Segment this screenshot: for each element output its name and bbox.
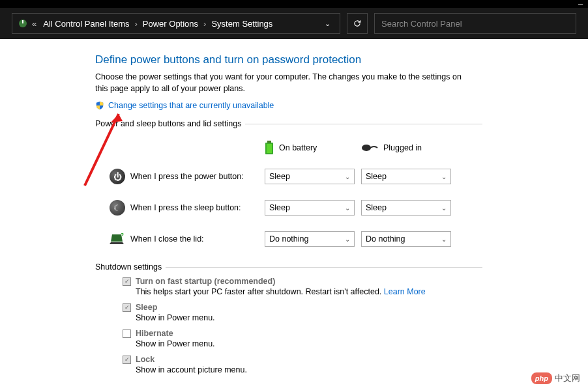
column-headers: On battery Plugged in [108,135,482,161]
chevron-down-icon: ⌄ [441,204,447,212]
address-bar: « All Control Panel Items › Power Option… [0,8,588,39]
lock-item: ✓ Lock Show in account picture menu. [123,355,482,374]
plugged-in-icon [361,143,378,152]
lid-battery-select[interactable]: Do nothing⌄ [265,231,355,247]
svg-rect-2 [267,141,271,143]
breadcrumb-box[interactable]: « All Control Panel Items › Power Option… [12,13,340,34]
chevron-down-icon: ⌄ [441,236,447,243]
battery-icon [265,141,274,155]
address-dropdown-icon[interactable]: ⌄ [321,20,334,28]
chevron-down-icon: ⌄ [345,204,350,212]
sleep-item: ✓ Sleep Show in Power menu. [123,303,482,322]
refresh-button[interactable] [347,13,368,34]
sleep-button-row: ☾ When I press the sleep button: Sleep⌄ … [108,192,482,223]
svg-point-5 [362,145,371,151]
power-button-icon: ⏻ [110,169,125,184]
svg-rect-1 [22,20,23,23]
power-battery-select[interactable]: Sleep⌄ [265,169,355,184]
change-settings-link[interactable]: Change settings that are currently unava… [108,101,274,110]
breadcrumb-item-1[interactable]: Power Options [143,19,198,29]
shield-icon [95,101,104,110]
learn-more-link[interactable]: Learn More [384,287,426,296]
chevron-down-icon: ⌄ [441,173,447,180]
refresh-icon [353,19,362,28]
watermark-text: 中文网 [555,372,580,384]
laptop-lid-icon [110,233,125,245]
shutdown-section-header: Shutdown settings [95,262,482,272]
watermark: php 中文网 [531,372,580,384]
sleep-checkbox[interactable]: ✓ [123,303,131,312]
lock-checkbox[interactable]: ✓ [123,356,131,364]
close-lid-row: When I close the lid: Do nothing⌄ Do not… [108,223,482,255]
hibernate-item: Hibernate Show in Power menu. [123,329,482,348]
sleep-button-icon: ☾ [110,200,125,216]
chevron-down-icon: ⌄ [345,173,350,180]
breadcrumb-prefix: « [32,19,37,29]
buttons-lid-section-header: Power and sleep buttons and lid settings [95,119,482,128]
breadcrumb-sep: › [134,19,137,29]
power-plugged-select[interactable]: Sleep⌄ [361,169,451,184]
fast-startup-item: ✓ Turn on fast startup (recommended) Thi… [123,277,482,296]
search-box[interactable] [374,13,576,34]
watermark-badge: php [531,372,552,384]
minimize-button[interactable]: ─ [578,1,583,8]
change-settings-row: Change settings that are currently unava… [95,101,482,110]
content-area: Define power buttons and turn on passwor… [0,39,482,374]
lid-plugged-select[interactable]: Do nothing⌄ [361,231,451,247]
svg-rect-4 [267,144,272,153]
power-button-row: ⏻ When I press the power button: Sleep⌄ … [108,161,482,192]
fast-startup-checkbox[interactable]: ✓ [123,277,131,286]
sleep-battery-select[interactable]: Sleep⌄ [265,200,355,216]
page-title: Define power buttons and turn on passwor… [95,53,482,66]
sleep-plugged-select[interactable]: Sleep⌄ [361,200,451,216]
titlebar: ─ [0,0,588,8]
page-description: Choose the power settings that you want … [95,72,463,94]
breadcrumb-item-2[interactable]: System Settings [211,19,272,29]
hibernate-checkbox[interactable] [123,329,131,338]
breadcrumb-item-0[interactable]: All Control Panel Items [43,19,129,29]
chevron-down-icon: ⌄ [345,236,350,243]
breadcrumb-sep: › [203,19,206,29]
search-input[interactable] [381,19,569,29]
power-options-icon [18,18,28,29]
